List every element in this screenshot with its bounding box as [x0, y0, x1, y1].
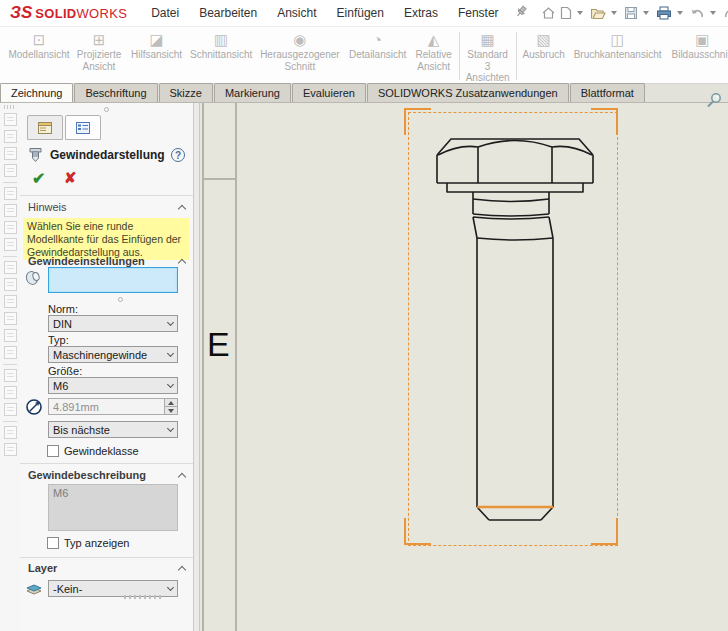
gewindeklasse-checkbox[interactable] [47, 445, 59, 457]
tab-zeichnung[interactable]: Zeichnung [0, 83, 73, 102]
collapse-chevron-icon[interactable] [178, 259, 186, 267]
tab-beschriftung[interactable]: Beschriftung [74, 83, 157, 102]
toolbar-grip[interactable] [4, 105, 16, 109]
spinner-buttons[interactable] [164, 399, 177, 414]
drawing-tool-icon[interactable] [4, 329, 17, 342]
divider [20, 463, 193, 464]
spin-down-icon[interactable] [165, 406, 177, 414]
divider [20, 195, 193, 196]
tab-blattformat[interactable]: Blattformat [570, 83, 645, 102]
gewindebeschreibung-section-header[interactable]: Gewindebeschreibung [28, 469, 185, 481]
undo-caret-icon[interactable] [710, 11, 716, 15]
new-document-icon[interactable] [559, 4, 573, 22]
menu-fenster[interactable]: Fenster [448, 2, 509, 24]
drawing-tool-icon[interactable] [4, 386, 17, 399]
collapse-chevron-icon[interactable] [178, 205, 186, 213]
collapse-chevron-icon[interactable] [178, 473, 186, 481]
redo-icon[interactable] [722, 5, 728, 22]
menu-bearbeiten[interactable]: Bearbeiten [189, 2, 267, 24]
drawing-tool-icon[interactable] [4, 261, 17, 274]
panel-drag-handle[interactable] [104, 107, 109, 112]
ribbon-modellansicht-button[interactable]: ⊡ Modellansicht [6, 30, 72, 62]
drawing-tool-icon[interactable] [4, 113, 17, 126]
cancel-button[interactable]: ✘ [64, 169, 77, 187]
ribbon-relative-ansicht-button[interactable]: ◭ Relative Ansicht [411, 30, 457, 73]
open-caret-icon[interactable] [611, 11, 617, 15]
groesse-dropdown[interactable]: M6 [48, 377, 178, 394]
typ-dropdown[interactable]: Maschinengewinde [48, 346, 178, 363]
ribbon-bruchkantenansicht-button[interactable]: ◫ Bruchkantenansicht [569, 30, 667, 62]
gewindetiefe-spinner[interactable]: 4.891mm [48, 398, 178, 415]
propertymanager-tab[interactable] [65, 115, 101, 140]
endbedingung-dropdown[interactable]: Bis nächste [48, 421, 178, 438]
ribbon-schnittansicht-button[interactable]: ▥ Schnittansicht [187, 30, 255, 62]
drawing-tool-icon[interactable] [4, 204, 17, 217]
removed-section-icon: ◉ [293, 31, 306, 49]
print-caret-icon[interactable] [677, 11, 683, 15]
drawing-tool-icon[interactable] [4, 278, 17, 291]
left-tool-strip [0, 103, 20, 631]
drawing-tool-icon[interactable] [4, 221, 17, 234]
tab-solidworks-zusatzanwendungen[interactable]: SOLIDWORKS Zusatzanwendungen [367, 83, 569, 102]
menu-datei[interactable]: Datei [141, 2, 189, 24]
ribbon-herausgezogener-schnitt-button[interactable]: ◉ Herausgezogener Schnitt [255, 30, 345, 73]
open-icon[interactable] [589, 5, 607, 22]
solidworks-logo: ЗSSOLIDWORKS [10, 3, 127, 23]
gewindebeschreibung-field[interactable]: M6 [48, 484, 178, 531]
edge-selection-field[interactable] [48, 267, 178, 293]
drawing-tool-icon[interactable] [4, 130, 17, 143]
toolbar-separator [3, 182, 17, 183]
ribbon-standard-3-ansichten-button[interactable]: ▦ Standard 3 Ansichten [462, 30, 514, 84]
bolt-drawing-view[interactable] [200, 103, 728, 631]
drawing-tool-icon[interactable] [4, 369, 17, 382]
chevron-down-icon [167, 583, 174, 590]
drawing-tool-icon[interactable] [4, 312, 17, 325]
menu-einfuegen[interactable]: Einfügen [327, 2, 394, 24]
drawing-tool-icon[interactable] [4, 426, 17, 439]
drawing-tool-icon[interactable] [4, 147, 17, 160]
panel-splitter[interactable] [193, 103, 200, 631]
drawing-tool-icon[interactable] [4, 403, 17, 416]
typ-anzeigen-checkbox[interactable] [47, 537, 59, 549]
drawing-tool-icon[interactable] [4, 164, 17, 177]
tab-markierung[interactable]: Markierung [214, 83, 291, 102]
ribbon-detailansicht-button[interactable]: ◔ Detailansicht [345, 30, 411, 62]
typ-anzeigen-checkbox-row[interactable]: Typ anzeigen [47, 537, 129, 549]
hinweis-section-header[interactable]: Hinweis [28, 201, 185, 213]
ribbon-ausbruch-button[interactable]: ▧ Ausbruch [519, 30, 569, 62]
magnifier-icon[interactable] [704, 91, 724, 111]
gewindeklasse-checkbox-row[interactable]: Gewindeklasse [47, 445, 139, 457]
help-icon[interactable]: ? [171, 148, 185, 162]
panel-resize-handle[interactable] [124, 595, 164, 599]
layer-section-header[interactable]: Layer [28, 562, 185, 574]
tab-skizze[interactable]: Skizze [159, 83, 213, 102]
gewindeeinstellungen-section-header[interactable]: Gewindeeinstellungen [28, 255, 185, 267]
menu-extras[interactable]: Extras [394, 2, 448, 24]
featuremanager-tab[interactable] [27, 115, 63, 140]
spin-up-icon[interactable] [165, 399, 177, 406]
tab-evaluieren[interactable]: Evaluieren [292, 83, 366, 102]
save-caret-icon[interactable] [643, 11, 649, 15]
menu-ansicht[interactable]: Ansicht [267, 2, 326, 24]
ribbon-projizierte-ansicht-button[interactable]: ⊞ Projizierte Ansicht [72, 30, 126, 73]
diameter-icon [25, 398, 43, 416]
home-icon[interactable] [540, 4, 557, 22]
norm-dropdown[interactable]: DIN [48, 315, 178, 332]
ribbon-bildausschnitt-button[interactable]: ▣ Bildausschnitt [666, 30, 728, 62]
drawing-sheet[interactable]: E [200, 103, 728, 631]
drawing-tool-icon[interactable] [4, 238, 17, 251]
new-document-caret-icon[interactable] [577, 11, 583, 15]
ok-button[interactable]: ✔ [32, 169, 45, 188]
drawing-tool-icon[interactable] [4, 346, 17, 359]
save-icon[interactable] [623, 4, 639, 22]
drawing-tool-icon[interactable] [4, 295, 17, 308]
drawing-tool-icon[interactable] [4, 187, 17, 200]
field-resize-handle[interactable] [118, 297, 123, 302]
ribbon-hilfsansicht-button[interactable]: ◪ Hilfsansicht [126, 30, 187, 62]
ribbon-separator [459, 32, 460, 80]
collapse-chevron-icon[interactable] [178, 566, 186, 574]
print-icon[interactable] [655, 4, 673, 22]
pin-menu-icon[interactable] [515, 4, 528, 22]
undo-icon[interactable] [689, 5, 706, 22]
drawing-tool-icon[interactable] [4, 443, 17, 456]
